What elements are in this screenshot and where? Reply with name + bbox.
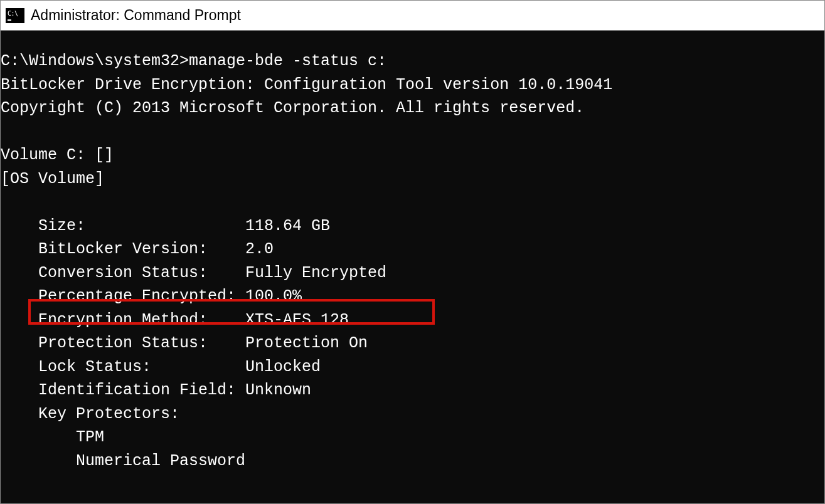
field-label: Percentage Encrypted: [38, 287, 236, 305]
command: manage-bde -status c: [189, 52, 386, 70]
field-value: Protection On [245, 334, 368, 352]
field-label: Encryption Method: [38, 311, 208, 329]
volume-type: [OS Volume] [1, 170, 104, 188]
field-value: 2.0 [245, 240, 274, 258]
field-row: Identification Field: Unknown [1, 381, 311, 399]
field-value: 100.0% [245, 287, 302, 305]
field-label: BitLocker Version: [38, 240, 208, 258]
prompt: C:\Windows\system32> [1, 52, 189, 70]
field-value: XTS-AES 128 [245, 311, 349, 329]
key-protector: Numerical Password [1, 452, 245, 470]
cmd-icon [6, 8, 24, 23]
field-row: Conversion Status: Fully Encrypted [1, 264, 386, 282]
field-row: Encryption Method: XTS-AES 128 [1, 311, 349, 329]
field-label: Size: [38, 217, 85, 235]
field-row: Key Protectors: [1, 405, 179, 423]
volume-line: Volume C: [] [1, 146, 114, 164]
field-value: Unknown [245, 381, 311, 399]
field-row: Protection Status: Protection On [1, 334, 368, 352]
field-row: Percentage Encrypted: 100.0% [1, 287, 302, 305]
key-protector: TPM [1, 428, 104, 446]
window-title: Administrator: Command Prompt [31, 7, 241, 24]
field-value: Unlocked [245, 358, 321, 376]
field-label: Identification Field: [38, 381, 236, 399]
titlebar[interactable]: Administrator: Command Prompt [1, 1, 824, 31]
terminal-output[interactable]: C:\Windows\system32>manage-bde -status c… [1, 31, 824, 503]
header-line: Copyright (C) 2013 Microsoft Corporation… [1, 99, 584, 117]
field-value: Fully Encrypted [245, 264, 386, 282]
field-label: Conversion Status: [38, 264, 208, 282]
field-row: Lock Status: Unlocked [1, 358, 321, 376]
field-label: Lock Status: [38, 358, 151, 376]
header-line: BitLocker Drive Encryption: Configuratio… [1, 76, 612, 94]
field-label: Key Protectors: [38, 405, 179, 423]
field-value: 118.64 GB [245, 217, 330, 235]
field-row: Size: 118.64 GB [1, 217, 330, 235]
field-row: BitLocker Version: 2.0 [1, 240, 274, 258]
field-label: Protection Status: [38, 334, 208, 352]
